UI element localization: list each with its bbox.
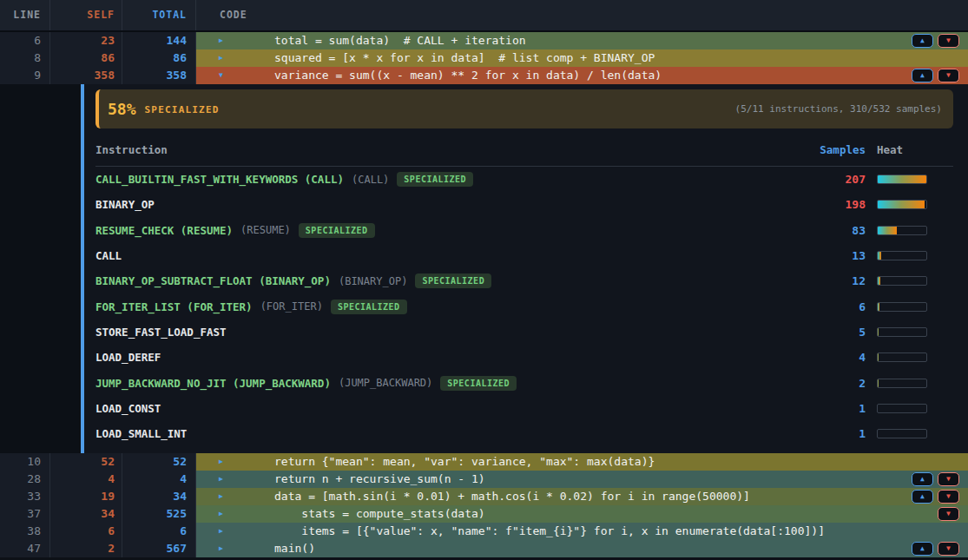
total-samples: 525 bbox=[122, 505, 196, 523]
instruction-name: CALL_BUILTIN_FAST_WITH_KEYWORDS (CALL) bbox=[95, 173, 344, 186]
heat-bar-track bbox=[877, 226, 927, 235]
sample-summary: (5/11 instructions, 310/532 samples) bbox=[735, 103, 942, 115]
heat-bar-fill bbox=[878, 252, 881, 260]
jump-down-button[interactable]: ▼ bbox=[938, 507, 959, 521]
expand-arrow-icon[interactable]: ▶ bbox=[219, 488, 223, 505]
heat-cell bbox=[877, 404, 953, 413]
heat-bar-track bbox=[877, 352, 927, 362]
expand-arrow-icon[interactable]: ▶ bbox=[219, 32, 223, 49]
heat-cell bbox=[877, 302, 953, 312]
expand-arrow-icon[interactable]: ▶ bbox=[219, 471, 223, 488]
code-cell: ▼variance = sum((x - mean) ** 2 for x in… bbox=[196, 67, 968, 84]
jump-up-button[interactable]: ▲ bbox=[912, 34, 933, 48]
jump-down-button[interactable]: ▼ bbox=[938, 542, 959, 556]
code-row[interactable]: 472567▶main()▲▼ bbox=[0, 540, 968, 557]
instruction-name: BINARY_OP bbox=[95, 198, 155, 211]
heat-bar-track bbox=[877, 429, 927, 438]
code-row[interactable]: 623144▶total = sum(data) # CALL + iterat… bbox=[0, 32, 968, 49]
expand-arrow-icon[interactable]: ▶ bbox=[219, 523, 223, 540]
profiler-app: LINE SELF TOTAL CODE 623144▶total = sum(… bbox=[0, 0, 968, 560]
instruction-name-group: BINARY_OP_SUBTRACT_FLOAT (BINARY_OP)(BIN… bbox=[95, 273, 770, 288]
self-samples: 19 bbox=[50, 488, 122, 505]
total-samples: 4 bbox=[122, 471, 196, 488]
instruction-samples: 5 bbox=[770, 326, 866, 339]
code-cell: ▶return {"mean": mean, "var": variance, … bbox=[196, 453, 968, 471]
expand-arrow-icon[interactable]: ▶ bbox=[219, 540, 223, 557]
instruction-samples: 13 bbox=[770, 249, 866, 262]
code-text: return {"mean": mean, "var": variance, "… bbox=[274, 453, 655, 471]
heat-bar-track bbox=[877, 302, 927, 312]
heat-bar-fill bbox=[878, 175, 926, 183]
instruction-name: RESUME_CHECK (RESUME) bbox=[95, 224, 233, 237]
instruction-name: LOAD_SMALL_INT bbox=[95, 427, 187, 440]
column-header-code: CODE bbox=[196, 0, 968, 30]
expand-arrow-icon[interactable]: ▶ bbox=[219, 453, 223, 471]
code-row[interactable]: 88686▶squared = [x * x for x in data] # … bbox=[0, 49, 968, 67]
instruction-samples: 6 bbox=[770, 300, 866, 313]
code-row[interactable]: 3866▶ items = [{"value": x, "name": f"it… bbox=[0, 523, 968, 540]
instruction-base-name: (CALL) bbox=[352, 174, 389, 186]
panel-content: 58% SPECIALIZED (5/11 instructions, 310/… bbox=[95, 84, 953, 453]
code-text: return n + recursive_sum(n - 1) bbox=[274, 471, 485, 488]
expand-arrow-icon[interactable]: ▶ bbox=[219, 505, 223, 523]
specialized-badge: SPECIALIZED bbox=[440, 376, 517, 391]
heat-bar-fill bbox=[878, 227, 897, 234]
specialized-badge: SPECIALIZED bbox=[299, 223, 375, 238]
code-rows-top: 623144▶total = sum(data) # CALL + iterat… bbox=[0, 32, 968, 84]
jump-up-button[interactable]: ▲ bbox=[912, 472, 933, 486]
jump-up-button[interactable]: ▲ bbox=[912, 69, 933, 82]
jump-up-button[interactable]: ▲ bbox=[912, 490, 933, 504]
instruction-row: LOAD_DEREF4 bbox=[95, 345, 953, 370]
panel-connector-line bbox=[81, 84, 84, 453]
code-row[interactable]: 3734525▶ stats = compute_stats(data)▼ bbox=[0, 505, 968, 523]
jump-down-button[interactable]: ▼ bbox=[938, 472, 959, 486]
heat-bar-track bbox=[877, 327, 927, 337]
instruction-base-name: (BINARY_OP) bbox=[339, 275, 407, 287]
column-header-total: TOTAL bbox=[122, 0, 196, 30]
self-samples: 6 bbox=[50, 523, 122, 540]
jump-down-button[interactable]: ▼ bbox=[938, 34, 959, 48]
jump-buttons: ▲▼ bbox=[912, 34, 959, 48]
specialization-banner: 58% SPECIALIZED (5/11 instructions, 310/… bbox=[95, 89, 953, 128]
instruction-name: JUMP_BACKWARD_NO_JIT (JUMP_BACKWARD) bbox=[95, 377, 331, 390]
instruction-name-group: LOAD_SMALL_INT bbox=[95, 427, 770, 440]
specialization-panel: 58% SPECIALIZED (5/11 instructions, 310/… bbox=[0, 84, 968, 453]
line-number: 47 bbox=[0, 540, 50, 557]
code-row[interactable]: 9358358▼variance = sum((x - mean) ** 2 f… bbox=[0, 67, 968, 84]
code-text: variance = sum((x - mean) ** 2 for x in … bbox=[274, 67, 662, 84]
total-samples: 6 bbox=[122, 523, 196, 540]
heat-bar-track bbox=[877, 276, 927, 286]
total-samples: 86 bbox=[122, 49, 196, 67]
code-row[interactable]: 331934▶data = [math.sin(i * 0.01) + math… bbox=[0, 488, 968, 505]
self-samples: 2 bbox=[50, 540, 122, 557]
heat-bar-fill bbox=[878, 328, 879, 336]
heat-cell bbox=[877, 327, 953, 337]
instruction-name-group: RESUME_CHECK (RESUME)(RESUME)SPECIALIZED bbox=[95, 223, 770, 238]
jump-up-button[interactable]: ▲ bbox=[912, 542, 933, 556]
jump-down-button[interactable]: ▼ bbox=[938, 490, 959, 504]
instruction-row: RESUME_CHECK (RESUME)(RESUME)SPECIALIZED… bbox=[95, 218, 953, 243]
code-cell: ▶total = sum(data) # CALL + iteration▲▼ bbox=[196, 32, 968, 49]
instruction-samples: 83 bbox=[770, 224, 866, 237]
instruction-name-group: JUMP_BACKWARD_NO_JIT (JUMP_BACKWARD)(JUM… bbox=[95, 376, 770, 391]
jump-down-button[interactable]: ▼ bbox=[938, 69, 959, 82]
heat-bar-track bbox=[877, 175, 927, 184]
instruction-row: LOAD_CONST1 bbox=[95, 396, 953, 421]
instruction-name: LOAD_DEREF bbox=[95, 351, 161, 364]
instruction-name: FOR_ITER_LIST (FOR_ITER) bbox=[95, 300, 253, 313]
heat-bar-fill bbox=[878, 201, 925, 208]
code-cell: ▶return n + recursive_sum(n - 1)▲▼ bbox=[196, 471, 968, 488]
expand-arrow-icon[interactable]: ▶ bbox=[219, 49, 223, 67]
code-row[interactable]: 105252▶return {"mean": mean, "var": vari… bbox=[0, 453, 968, 471]
specialized-label: SPECIALIZED bbox=[145, 102, 220, 115]
code-cell: ▶main()▲▼ bbox=[196, 540, 968, 557]
instruction-samples: 1 bbox=[770, 427, 866, 440]
heat-bar-fill bbox=[878, 303, 879, 311]
collapse-arrow-icon[interactable]: ▼ bbox=[219, 67, 223, 84]
heat-bar-fill bbox=[878, 379, 879, 387]
heat-bar-fill bbox=[878, 277, 880, 285]
code-row[interactable]: 2844▶return n + recursive_sum(n - 1)▲▼ bbox=[0, 471, 968, 488]
instruction-name-group: CALL_BUILTIN_FAST_WITH_KEYWORDS (CALL)(C… bbox=[95, 172, 770, 187]
code-text: stats = compute_stats(data) bbox=[274, 505, 485, 523]
instruction-row: STORE_FAST_LOAD_FAST5 bbox=[95, 320, 953, 345]
